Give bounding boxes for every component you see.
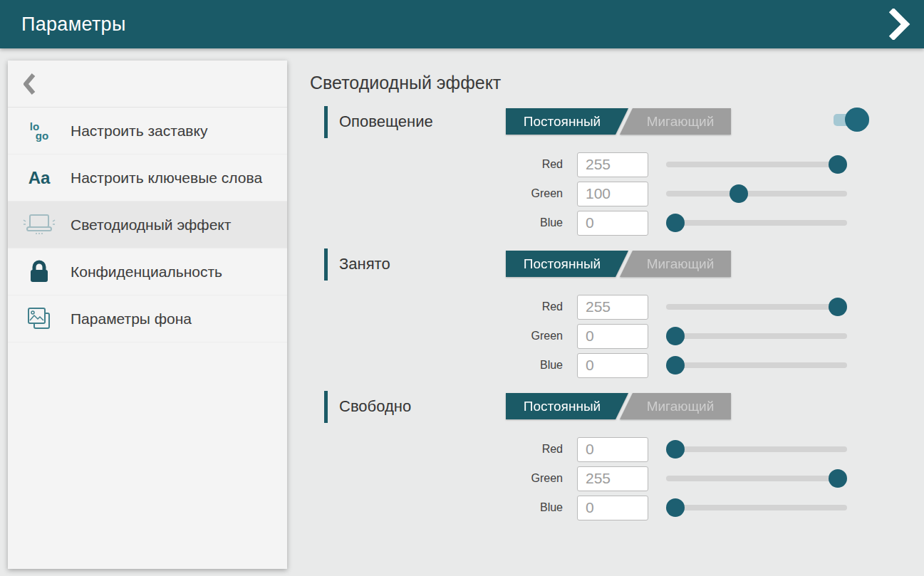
slider-thumb[interactable] — [666, 327, 685, 345]
channel-row-green: Green — [288, 323, 924, 349]
font-icon: Aa — [8, 168, 71, 188]
mode-constant-button[interactable]: Постоянный — [506, 251, 628, 277]
green-slider[interactable] — [666, 323, 847, 349]
channel-row-red: Red — [288, 294, 924, 320]
red-value-input[interactable] — [577, 437, 648, 462]
blue-slider[interactable] — [666, 210, 847, 236]
blue-value-input[interactable] — [577, 353, 648, 378]
channel-label: Green — [288, 330, 563, 342]
channel-label: Red — [288, 300, 563, 313]
slider-thumb[interactable] — [730, 184, 748, 203]
section-label: Оповещение — [339, 112, 433, 131]
sidebar-item-label: Настроить ключевые слова — [71, 168, 262, 187]
section-accent-bar — [324, 106, 328, 138]
section-label: Занято — [339, 255, 390, 273]
red-value-input[interactable] — [577, 152, 648, 177]
channel-label: Blue — [288, 501, 563, 514]
channel-label: Blue — [288, 359, 563, 372]
slider-track — [666, 304, 847, 310]
channel-row-red: Red — [288, 152, 924, 177]
sidebar-item-background[interactable]: Параметры фона — [8, 295, 287, 342]
channel-label: Blue — [288, 216, 563, 229]
section-notification: Оповещение Постоянный Мигающий Red Green — [288, 105, 924, 236]
channel-row-red: Red — [288, 436, 924, 462]
green-slider[interactable] — [666, 181, 847, 206]
mode-blinking-button[interactable]: Мигающий — [620, 393, 731, 419]
channel-label: Red — [288, 443, 563, 456]
sidebar-item-keywords[interactable]: Aa Настроить ключевые слова — [8, 155, 287, 201]
page-title: Светодиодный эффект — [288, 48, 924, 93]
slider-thumb[interactable] — [666, 356, 685, 375]
channel-row-green: Green — [288, 466, 924, 491]
mode-constant-button[interactable]: Постоянный — [506, 108, 628, 135]
slider-thumb[interactable] — [829, 155, 847, 174]
slider-track — [666, 220, 847, 226]
sidebar-item-led-effect[interactable]: Светодиодный эффект — [8, 201, 287, 248]
sidebar-item-label: Светодиодный эффект — [71, 215, 231, 234]
collapse-panel-button[interactable] — [886, 9, 911, 40]
logo-icon-text-bottom: go — [36, 131, 48, 140]
notification-toggle[interactable] — [834, 107, 875, 133]
green-value-input[interactable] — [577, 182, 648, 206]
slider-thumb[interactable] — [666, 498, 685, 517]
mode-segmented-control: Постоянный Мигающий — [506, 108, 731, 135]
red-slider[interactable] — [666, 436, 847, 462]
channel-label: Green — [288, 187, 563, 200]
slider-track — [666, 505, 847, 510]
blue-slider[interactable] — [666, 352, 847, 378]
red-value-input[interactable] — [577, 295, 648, 320]
sidebar-item-privacy[interactable]: Конфиденциальность — [8, 248, 287, 295]
wallpaper-icon — [8, 306, 71, 332]
channel-row-blue: Blue — [288, 210, 924, 236]
section-accent-bar — [324, 248, 328, 281]
slider-track — [666, 476, 847, 481]
toggle-knob — [845, 108, 869, 132]
mode-blinking-button[interactable]: Мигающий — [620, 251, 731, 277]
app-header: Параметры — [0, 0, 924, 48]
slider-track — [666, 362, 847, 368]
sidebar-item-label: Конфиденциальность — [71, 262, 222, 281]
blue-slider[interactable] — [666, 495, 847, 520]
slider-thumb[interactable] — [829, 298, 847, 316]
green-value-input[interactable] — [577, 324, 648, 349]
mode-constant-button[interactable]: Постоянный — [506, 393, 628, 419]
sidebar-item-label: Параметры фона — [71, 309, 192, 328]
chevron-right-icon — [886, 9, 911, 40]
section-busy: Занято Постоянный Мигающий Red Green — [288, 248, 924, 378]
blue-value-input[interactable] — [577, 496, 648, 520]
slider-thumb[interactable] — [829, 469, 847, 488]
green-value-input[interactable] — [577, 466, 648, 491]
sidebar-back-button[interactable] — [8, 61, 287, 108]
section-label: Свободно — [339, 397, 411, 416]
channel-label: Green — [288, 472, 563, 485]
mode-segmented-control: Постоянный Мигающий — [506, 251, 731, 277]
slider-track — [666, 446, 847, 452]
section-accent-bar — [324, 391, 328, 423]
red-slider[interactable] — [666, 294, 847, 320]
slider-thumb[interactable] — [666, 214, 685, 232]
blue-value-input[interactable] — [577, 211, 648, 236]
chevron-left-icon — [24, 73, 36, 95]
slider-thumb[interactable] — [666, 440, 685, 459]
display-icon — [8, 213, 71, 237]
channel-row-green: Green — [288, 181, 924, 206]
slider-track — [666, 162, 847, 167]
slider-track — [666, 333, 847, 339]
red-slider[interactable] — [666, 152, 847, 177]
channel-label: Red — [288, 158, 563, 171]
logo-icon: lo go — [8, 122, 71, 140]
led-effect-panel: Светодиодный эффект Оповещение Постоянны… — [288, 48, 924, 576]
section-free: Свободно Постоянный Мигающий Red Green — [288, 390, 924, 520]
green-slider[interactable] — [666, 466, 847, 491]
mode-segmented-control: Постоянный Мигающий — [506, 393, 731, 419]
settings-sidebar: lo go Настроить заставку Aa Настроить кл… — [8, 61, 287, 569]
channel-row-blue: Blue — [288, 352, 924, 378]
slider-track — [666, 191, 847, 197]
channel-row-blue: Blue — [288, 495, 924, 520]
mode-blinking-button[interactable]: Мигающий — [620, 108, 731, 135]
sidebar-item-label: Настроить заставку — [71, 121, 207, 140]
lock-icon — [8, 260, 71, 284]
app-title: Параметры — [21, 14, 126, 36]
sidebar-item-screensaver[interactable]: lo go Настроить заставку — [8, 108, 287, 155]
